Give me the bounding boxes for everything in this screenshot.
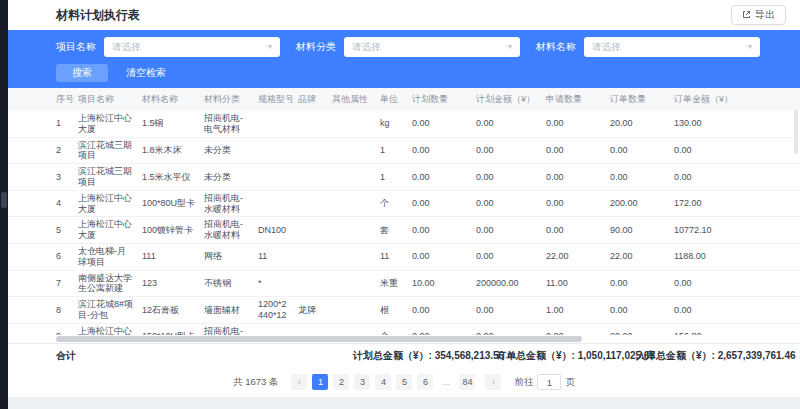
clear-search-link[interactable]: 清空检索 xyxy=(126,66,166,80)
summary-total: 订单总金额（¥）: 1,050,117,025.63 xyxy=(496,349,655,363)
table-cell xyxy=(254,111,294,137)
table-cell: 米重 xyxy=(376,270,408,297)
pager-ellipsis[interactable]: ... xyxy=(438,374,454,390)
table-cell: 南侧盛达大学生公寓新建 xyxy=(74,270,138,297)
goto-prefix-label: 前往 xyxy=(514,376,533,389)
summary-total-label: 计划总金额（¥）: xyxy=(353,350,435,361)
pager-next-button[interactable]: › xyxy=(485,374,501,390)
table-cell: 0.00 xyxy=(472,111,542,137)
table-cell xyxy=(328,297,376,324)
filter-label: 材料名称 xyxy=(536,40,576,54)
pager-page-4[interactable]: 4 xyxy=(375,374,391,390)
table-cell: 上海松江中心大厦 xyxy=(74,323,138,335)
page-title: 材料计划执行表 xyxy=(56,7,140,24)
table-cell: 0.00 xyxy=(606,164,670,191)
pager-page-3[interactable]: 3 xyxy=(354,374,370,390)
table-row[interactable]: 1上海松江中心大厦1.5铜招商机电-电气材料kg0.000.000.0020.0… xyxy=(8,111,800,137)
sidebar-toggle[interactable] xyxy=(1,192,7,208)
select-placeholder: 请选择 xyxy=(592,41,748,54)
table-cell xyxy=(328,137,376,164)
summary-row: 合计 计划总金额（¥）: 354,568,213.56订单总金额（¥）: 1,0… xyxy=(8,343,800,367)
table-cell xyxy=(328,190,376,217)
table-row[interactable]: 4上海松江中心大厦100*80U型卡招商机电-水暖材料个0.000.000.00… xyxy=(8,190,800,217)
select-placeholder: 请选择 xyxy=(112,41,268,54)
table-cell: 11 xyxy=(376,243,408,270)
table-cell: 0.00 xyxy=(542,217,606,244)
table-cell: * xyxy=(254,270,294,297)
table-cell: 上海松江中心大厦 xyxy=(74,217,138,244)
table-cell: 80.00 xyxy=(606,323,670,335)
table-cell: 套 xyxy=(376,217,408,244)
table-cell: 172.00 xyxy=(670,190,800,217)
table-cell xyxy=(328,323,376,335)
pager-page-84[interactable]: 84 xyxy=(459,374,475,390)
table-cell: 90.00 xyxy=(606,217,670,244)
table-cell: 0.00 xyxy=(606,137,670,164)
table-cell: 0.00 xyxy=(408,137,472,164)
column-header: 材料分类 xyxy=(200,88,254,111)
table-cell xyxy=(328,164,376,191)
material-name-select[interactable]: 请选择 ▾ xyxy=(584,37,760,57)
table-cell: 9 xyxy=(8,323,74,335)
table-cell: 根 xyxy=(376,297,408,324)
pager-page-2[interactable]: 2 xyxy=(333,374,349,390)
table-cell: 10772.10 xyxy=(670,217,800,244)
summary-total-label: 入库总金额（¥）: xyxy=(636,350,718,361)
horizontal-scrollbar-track xyxy=(8,335,800,343)
horizontal-scrollbar-thumb[interactable] xyxy=(56,336,582,342)
table-row[interactable]: 2滨江花城三期项目1.8米木床未分类10.000.000.000.000.00 xyxy=(8,137,800,164)
table-cell: 0.00 xyxy=(472,297,542,324)
table-cell: 招商机电-水暖材料 xyxy=(200,190,254,217)
table-cell: 22.00 xyxy=(606,243,670,270)
column-header: 材料名称 xyxy=(138,88,200,111)
table-cell: 111 xyxy=(138,243,200,270)
table-cell: 10.00 xyxy=(408,270,472,297)
table-cell: 招商机电-水暖材料 xyxy=(200,323,254,335)
table-cell: kg xyxy=(376,111,408,137)
vertical-scrollbar[interactable] xyxy=(794,110,798,154)
table-card: 序号项目名称材料名称材料分类规格型号品牌其他属性单位计划数量计划金额（¥）申请数… xyxy=(8,88,800,397)
table-cell: 墙面辅材 xyxy=(200,297,254,324)
table-cell: 1200*2440*12 xyxy=(254,297,294,324)
column-header: 单位 xyxy=(376,88,408,111)
table-cell: 太仓电梯-月球项目 xyxy=(74,243,138,270)
table-cell: 滨江花城三期项目 xyxy=(74,137,138,164)
table-cell: 0.00 xyxy=(670,270,800,297)
goto-page-input[interactable] xyxy=(537,374,561,390)
project-name-select[interactable]: 请选择 ▾ xyxy=(104,37,280,57)
table-row[interactable]: 3滨江花城三期项目1.5米水平仪未分类10.000.000.000.000.00 xyxy=(8,164,800,191)
table-cell: 100*80U型卡 xyxy=(138,190,200,217)
summary-total-label: 订单总金额（¥）: xyxy=(496,350,578,361)
table-row[interactable]: 6太仓电梯-月球项目111网络11110.000.0022.0022.00118… xyxy=(8,243,800,270)
table-cell: 6 xyxy=(8,243,74,270)
table-cell: 0.00 xyxy=(542,111,606,137)
table-cell: 123 xyxy=(138,270,200,297)
table-body: 1上海松江中心大厦1.5铜招商机电-电气材料kg0.000.000.0020.0… xyxy=(8,111,800,335)
table-row[interactable]: 7南侧盛达大学生公寓新建123不锈钢*米重10.00200000.0011.00… xyxy=(8,270,800,297)
search-button[interactable]: 搜索 xyxy=(56,64,108,82)
table-cell xyxy=(294,323,328,335)
table-cell: 招商机电-电气材料 xyxy=(200,111,254,137)
table-row[interactable]: 5上海松江中心大厦100镀锌管卡招商机电-水暖材料DN100套0.000.000… xyxy=(8,217,800,244)
export-button[interactable]: 导出 xyxy=(731,5,786,25)
pager-prev-button[interactable]: ‹ xyxy=(291,374,307,390)
material-category-select[interactable]: 请选择 ▾ xyxy=(344,37,520,57)
main-content: 材料计划执行表 导出 项目名称 请选择 ▾ 材料分类 xyxy=(8,0,800,409)
table-cell: 滨江花城三期项目 xyxy=(74,164,138,191)
pager-page-6[interactable]: 6 xyxy=(417,374,433,390)
filter-label: 项目名称 xyxy=(56,40,96,54)
table-cell xyxy=(294,217,328,244)
table-cell: 1 xyxy=(376,137,408,164)
table-row[interactable]: 8滨江花城8#项目-分包12石膏板墙面辅材1200*2440*12龙牌根0.00… xyxy=(8,297,800,324)
table-cell: 0.00 xyxy=(472,323,542,335)
table-cell: 11 xyxy=(254,243,294,270)
table-row[interactable]: 9上海松江中心大厦150*10U型卡招商机电-水暖材料个0.000.000.00… xyxy=(8,323,800,335)
pager-page-5[interactable]: 5 xyxy=(396,374,412,390)
pager-page-1[interactable]: 1 xyxy=(312,374,328,390)
filter-row: 项目名称 请选择 ▾ 材料分类 请选择 ▾ 材料名称 请选 xyxy=(56,36,786,58)
filter-field-material-name: 材料名称 请选择 ▾ xyxy=(536,37,760,57)
table-cell xyxy=(254,323,294,335)
app-window: 材料计划执行表 导出 项目名称 请选择 ▾ 材料分类 xyxy=(0,0,800,409)
table-cell: 0.00 xyxy=(542,137,606,164)
table-cell: 0.00 xyxy=(670,297,800,324)
